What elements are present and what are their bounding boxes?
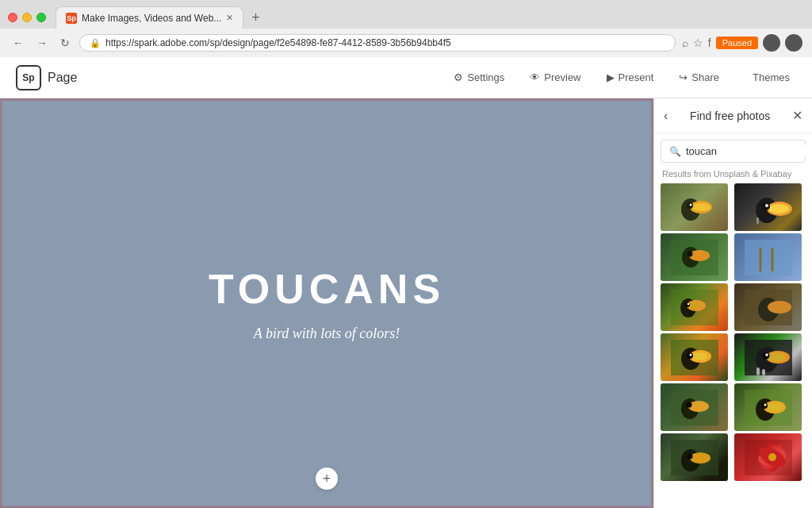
browser-actions: ⌕ ☆ f Paused [682,34,802,52]
url-text: https://spark.adobe.com/sp/design/page/f… [105,37,451,48]
results-label: Results from Unsplash & Pixabay [654,169,812,183]
canvas-title: TOUCANS [209,265,445,313]
search-bar[interactable]: 🔍 ▾ [661,140,806,163]
svg-point-60 [768,453,776,461]
toucan-img-9 [671,390,718,425]
sp-icon-text: Sp [22,72,34,83]
main-area: TOUCANS A bird with lots of colors! + ‹ … [0,98,812,508]
traffic-light-red[interactable] [8,13,17,22]
svg-point-26 [768,301,791,314]
panel-back-button[interactable]: ‹ [664,107,672,125]
toucan-img-8 [745,340,792,375]
toucan-img-4 [745,240,792,275]
svg-point-7 [768,204,789,214]
paused-badge: Paused [716,37,758,49]
traffic-light-yellow[interactable] [22,13,32,22]
svg-point-32 [689,353,691,356]
svg-rect-39 [756,368,760,375]
panel-title: Find free photos [672,110,787,122]
svg-point-2 [691,203,710,211]
list-item[interactable] [734,183,802,231]
refresh-button[interactable]: ↻ [57,35,73,51]
tab-title: Make Images, Videos and Web... [82,13,221,24]
search-icon: 🔍 [669,146,681,157]
list-item[interactable] [661,433,728,481]
toucan-img-2 [745,190,792,225]
svg-point-13 [689,250,710,261]
star-button[interactable]: ☆ [693,37,703,49]
canvas-subtitle: A bird with lots of colors! [209,325,445,342]
toucan-img-12 [745,440,792,475]
chrome-menu-button[interactable] [785,34,802,52]
profile-avatar[interactable] [763,34,780,52]
toucan-img-10 [745,390,792,425]
svg-rect-10 [756,217,759,224]
svg-point-53 [690,452,710,464]
toucan-img-7 [671,340,718,375]
add-section-button[interactable]: + [316,468,338,490]
forward-button[interactable]: → [33,35,51,51]
search-input[interactable] [686,145,812,157]
svg-point-9 [765,204,768,207]
sp-logo: Sp Page [16,65,77,90]
settings-label: Settings [467,71,504,83]
tab-bar: Sp Make Images, Videos and Web... ✕ + [0,0,812,29]
settings-icon: ⚙ [454,71,463,83]
canvas-content: TOUCANS A bird with lots of colors! [209,265,445,342]
list-item[interactable] [661,183,728,231]
preview-icon: 👁 [530,71,540,83]
toucan-img-11 [671,440,718,475]
settings-button[interactable]: ⚙ Settings [442,67,515,88]
present-button[interactable]: ▶ Present [596,67,665,88]
address-input[interactable]: 🔒 https://spark.adobe.com/sp/design/page… [79,34,676,52]
list-item[interactable] [734,283,802,331]
traffic-light-green[interactable] [36,13,46,22]
plus-icon: + [323,471,331,487]
list-item[interactable] [734,333,802,381]
list-item[interactable] [661,383,728,431]
browser-chrome: Sp Make Images, Videos and Web... ✕ + ← … [0,0,812,57]
svg-point-14 [687,251,692,256]
panel-header: ‹ Find free photos ✕ [654,98,812,133]
svg-point-4 [689,203,691,206]
list-item[interactable] [734,233,802,281]
preview-button[interactable]: 👁 Preview [519,67,592,88]
svg-point-38 [765,353,768,356]
toucan-img-1 [671,190,718,225]
svg-rect-15 [745,240,792,275]
search-action-button[interactable]: ⌕ [682,37,688,49]
traffic-lights [8,13,46,22]
toucan-img-3 [671,240,718,275]
panel-close-button[interactable]: ✕ [787,106,802,125]
tab-favicon: Sp [66,13,77,24]
list-item[interactable] [661,233,728,281]
app-header: Sp Page ⚙ Settings 👁 Preview ▶ Present ↪… [0,57,812,98]
header-actions: ⚙ Settings 👁 Preview ▶ Present ↪ Share [442,67,730,88]
svg-point-44 [686,402,691,407]
svg-point-50 [764,403,766,406]
address-bar: ← → ↻ 🔒 https://spark.adobe.com/sp/desig… [0,29,812,57]
list-item[interactable] [661,283,728,331]
svg-point-21 [688,302,703,310]
sp-icon: Sp [16,65,41,90]
new-tab-button[interactable]: + [247,10,265,26]
share-icon: ↪ [679,71,688,83]
list-item[interactable] [734,433,802,481]
page-label: Page [48,71,77,85]
themes-button[interactable]: Themes [746,67,796,88]
present-icon: ▶ [607,71,615,83]
list-item[interactable] [661,333,728,381]
toucan-img-6 [745,290,792,325]
svg-point-23 [687,302,688,304]
browser-tab[interactable]: Sp Make Images, Videos and Web... ✕ [56,6,243,29]
lock-icon: 🔒 [90,38,101,48]
photo-panel: ‹ Find free photos ✕ 🔍 ▾ Results from Un… [653,98,812,508]
toucan-img-5 [671,290,718,325]
share-button[interactable]: ↪ Share [668,67,730,88]
preview-label: Preview [544,71,580,83]
canvas-area: TOUCANS A bird with lots of colors! + [0,98,653,508]
list-item[interactable] [734,383,802,431]
tab-close-icon[interactable]: ✕ [226,13,233,23]
back-button[interactable]: ← [10,35,27,51]
facebook-button[interactable]: f [708,37,711,49]
